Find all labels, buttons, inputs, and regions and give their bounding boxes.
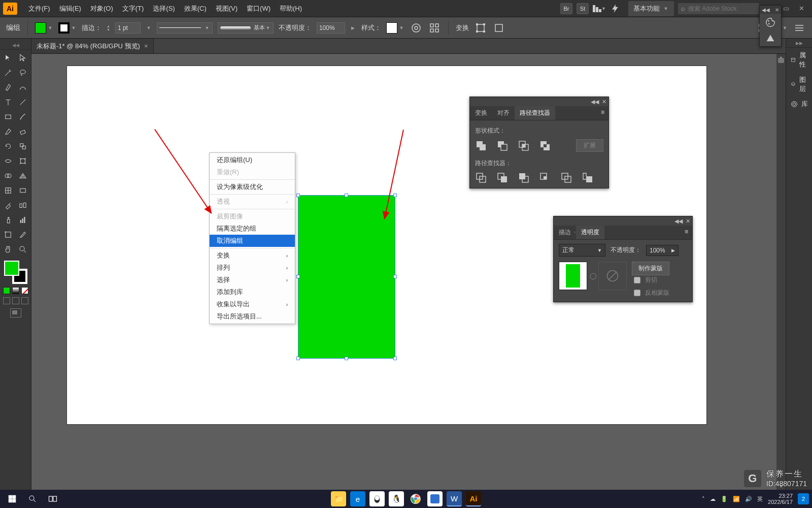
- taskbar-illustrator[interactable]: Ai: [466, 491, 481, 506]
- taskbar-app-blue[interactable]: [427, 491, 443, 506]
- unite-icon[interactable]: [475, 140, 487, 152]
- shape-builder-tool[interactable]: [1, 169, 15, 183]
- ctx-arrange[interactable]: 排列›: [210, 262, 295, 274]
- slice-tool[interactable]: [16, 228, 30, 242]
- scale-tool[interactable]: [16, 139, 30, 153]
- resize-handle[interactable]: [393, 194, 397, 197]
- menu-effect[interactable]: 效果(C): [180, 2, 211, 15]
- artboard-tool[interactable]: [1, 228, 15, 242]
- task-view-icon[interactable]: [44, 491, 62, 506]
- stroke-weight-stepper[interactable]: ▲▼: [107, 24, 110, 31]
- dock-layers[interactable]: 图层: [786, 72, 812, 97]
- start-button[interactable]: [3, 491, 21, 506]
- color-palette-icon[interactable]: [765, 17, 776, 28]
- ctx-export-selection[interactable]: 导出所选项目...: [210, 310, 295, 323]
- system-clock[interactable]: 23:27 2022/6/17: [768, 493, 793, 505]
- search-input[interactable]: [687, 5, 756, 13]
- close-button[interactable]: ✕: [794, 3, 809, 15]
- tray-wifi-icon[interactable]: 📶: [733, 496, 740, 502]
- none-fill-icon[interactable]: [21, 287, 28, 294]
- arrange-documents-icon[interactable]: ▼: [593, 2, 606, 15]
- shaper-tool[interactable]: [1, 124, 15, 139]
- graphic-style[interactable]: ▼: [386, 22, 404, 34]
- ctx-transform[interactable]: 变换›: [210, 249, 295, 262]
- fill-swatch[interactable]: ▼: [35, 22, 53, 34]
- panel-menu-icon[interactable]: ≡: [597, 106, 608, 120]
- tab-stroke[interactable]: 描边: [554, 226, 576, 239]
- stroke-weight-input[interactable]: [115, 22, 141, 34]
- pen-tool[interactable]: [1, 80, 15, 94]
- selected-group[interactable]: [298, 196, 395, 358]
- resize-handle[interactable]: [296, 194, 300, 197]
- rotate-tool[interactable]: [1, 139, 15, 153]
- tray-volume-icon[interactable]: 🔊: [745, 496, 752, 502]
- resize-handle[interactable]: [345, 194, 348, 197]
- menu-type[interactable]: 文字(T): [118, 2, 148, 15]
- blend-mode-select[interactable]: 正常▼: [559, 244, 605, 257]
- dock-properties[interactable]: 属性: [786, 48, 812, 72]
- tab-transform[interactable]: 变换: [470, 106, 492, 120]
- color-guide-icon[interactable]: [765, 32, 776, 43]
- taskbar-explorer[interactable]: 📁: [331, 491, 346, 506]
- taskbar-chrome[interactable]: [408, 491, 423, 506]
- ctx-pixel-perfect[interactable]: 设为像素级优化: [210, 181, 295, 193]
- menu-view[interactable]: 视图(V): [212, 2, 242, 15]
- tab-align[interactable]: 对齐: [492, 106, 515, 120]
- draw-inside-icon[interactable]: [21, 297, 28, 304]
- transparency-panel[interactable]: ◀◀✕ 描边 ◦透明度 ≡ 正常▼ 不透明度： 100%▶ ◯ 制作蒙版: [553, 216, 693, 302]
- gradient-fill-icon[interactable]: [12, 287, 19, 294]
- merge-icon[interactable]: [518, 172, 530, 184]
- resize-handle[interactable]: [345, 357, 348, 360]
- solid-fill-icon[interactable]: [3, 287, 10, 294]
- resize-handle[interactable]: [296, 275, 300, 278]
- column-graph-tool[interactable]: [16, 213, 30, 227]
- selection-tool[interactable]: [1, 51, 15, 65]
- direct-selection-tool[interactable]: [16, 51, 30, 65]
- blend-tool[interactable]: [16, 198, 30, 212]
- pathfinder-panel[interactable]: ◀◀✕ 变换 对齐 路径查找器 ≡ 形状模式： 扩展 路径查找器：: [469, 97, 609, 188]
- stroke-dash-dropdown[interactable]: ▼: [157, 22, 213, 34]
- exclude-icon[interactable]: [539, 140, 551, 152]
- ctx-isolate[interactable]: 隔离选定的组: [210, 223, 295, 235]
- toolbox-collapse[interactable]: ◀◀: [0, 41, 31, 50]
- paintbrush-tool[interactable]: [16, 110, 30, 124]
- object-thumb[interactable]: [559, 262, 587, 290]
- tab-transparency[interactable]: ◦透明度: [576, 226, 604, 239]
- screen-mode-icon[interactable]: [10, 308, 21, 318]
- dock-toggle[interactable]: ▶▶: [786, 39, 812, 48]
- menu-select[interactable]: 选择(S): [149, 2, 179, 15]
- outline-icon[interactable]: [560, 172, 572, 184]
- opacity-input[interactable]: [317, 22, 345, 34]
- stroke-profile-dropdown[interactable]: 基本 ▼: [218, 22, 274, 34]
- recolor-icon[interactable]: [410, 21, 423, 35]
- intersect-icon[interactable]: [518, 140, 530, 152]
- rectangle-tool[interactable]: [1, 110, 15, 124]
- symbol-sprayer-tool[interactable]: [1, 213, 15, 227]
- menu-object[interactable]: 对象(O): [86, 2, 117, 15]
- magic-wand-tool[interactable]: [1, 66, 15, 80]
- resize-handle[interactable]: [296, 357, 300, 360]
- gpu-preview-icon[interactable]: [610, 4, 620, 14]
- scrollbar-thumb[interactable]: [778, 58, 784, 63]
- draw-behind-icon[interactable]: [12, 297, 19, 304]
- dock-libraries[interactable]: 库: [786, 97, 812, 112]
- color-mini-panel[interactable]: ◀◀✕: [759, 5, 782, 47]
- menu-icon[interactable]: [793, 21, 806, 35]
- eraser-tool[interactable]: [16, 124, 30, 139]
- mask-thumb[interactable]: [598, 262, 627, 290]
- minus-front-icon[interactable]: [496, 140, 509, 152]
- search-box[interactable]: ⌕: [678, 3, 759, 14]
- free-transform-tool[interactable]: [16, 154, 30, 168]
- taskbar-search-icon[interactable]: [23, 491, 42, 506]
- tray-chevron-icon[interactable]: ˄: [702, 496, 705, 502]
- width-tool[interactable]: [1, 154, 15, 168]
- close-icon[interactable]: ✕: [775, 7, 779, 13]
- panel-menu-icon[interactable]: ≡: [681, 226, 692, 239]
- line-tool[interactable]: [16, 95, 30, 109]
- link-mask-icon[interactable]: ◯: [587, 270, 598, 281]
- zoom-tool[interactable]: [16, 242, 30, 257]
- tab-pathfinder[interactable]: 路径查找器: [515, 106, 555, 120]
- curvature-tool[interactable]: [16, 80, 30, 94]
- divide-icon[interactable]: [475, 172, 487, 184]
- tray-cloud-icon[interactable]: ☁: [710, 496, 716, 502]
